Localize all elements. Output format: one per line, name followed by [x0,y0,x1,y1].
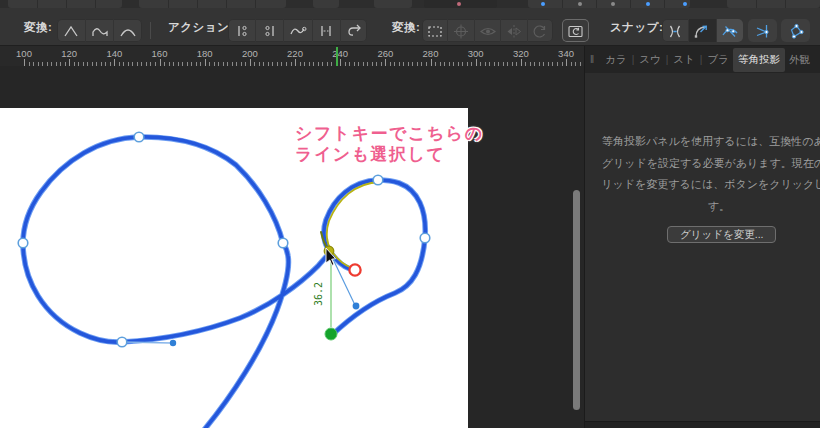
endpoint-red-circle[interactable] [349,264,360,275]
horizontal-ruler: 100120140160180200220240260280300320340 [0,46,584,66]
convert-smart-button[interactable] [86,19,115,42]
selection-box-icon [425,23,445,39]
join-curves-button[interactable] [313,19,341,42]
separator [596,0,597,8]
break-curve-button[interactable] [228,19,256,42]
ruler-label: 300 [468,48,484,59]
snap-construction-button[interactable] [717,19,743,42]
convert-node-group [57,19,142,42]
snap-geometry-button[interactable] [748,19,777,42]
ruler-label: 140 [106,48,122,59]
reverse-curves-button[interactable] [341,19,367,42]
snap-construction-icon [720,23,740,39]
ruler-position-marker [336,47,338,66]
context-toolbar: 変換: アクション: [0,8,820,46]
ruler-label: 260 [377,48,393,59]
change-grid-button[interactable]: グリッドを変更... [667,226,776,243]
ruler-label: 100 [16,48,32,59]
description-line: リッドを変更するには、ボタンをクリックしま [591,174,820,196]
snap-arc-icon [692,23,712,39]
action-group [228,19,367,42]
ruler-label: 180 [197,48,213,59]
close-curve-icon [260,23,280,39]
transform-separately-button[interactable] [562,19,589,42]
studio-panel: ‖ カラ|スウ|スト|ブラ等角投影外観 等角投影パネルを使用するには、互換性のあ… [584,46,820,428]
separator [95,0,96,8]
separator [562,0,563,8]
snap-curves-button[interactable] [662,19,689,42]
separator [785,0,786,8]
rotate-button[interactable] [528,19,553,42]
panel-tab-1[interactable]: カラ [601,49,631,71]
mirror-button[interactable] [501,19,527,42]
smooth-curve-icon [288,23,308,39]
panel-tab-3[interactable]: スト [669,49,699,71]
drag-handle-dot[interactable] [353,303,360,310]
ruler-label: 320 [513,48,529,59]
clipped-button[interactable] [374,0,412,8]
snap-endpoint-green[interactable] [325,328,337,340]
blue-dot-icon [683,2,687,6]
separator [37,0,38,8]
ruler-label: 160 [152,48,168,59]
smooth-node-icon [118,23,138,39]
convert-smooth-button[interactable] [114,19,142,42]
rotate-arrow-icon [530,23,550,39]
path-node[interactable] [420,233,430,243]
tab-separator: | [632,54,635,65]
description-line: グリッドを設定する必要があります。現在のグ [591,153,820,175]
separator [630,0,631,8]
panel-drag-handle[interactable]: ‖ [590,54,595,65]
path-node[interactable] [373,175,383,185]
transform-origin-button[interactable] [448,19,474,42]
app-window: 変換: アクション: [0,0,820,428]
break-curve-icon [232,23,252,39]
gray-dot-icon [578,2,582,6]
ruler-label: 120 [61,48,77,59]
blue-dot-icon [541,2,545,6]
panel-tab-6[interactable]: 外観 [785,49,814,71]
pasteboard: 36.2 シフトキーでこちらの [0,66,584,428]
path-node[interactable] [278,238,288,248]
path-node[interactable] [18,238,28,248]
document-canvas[interactable]: 36.2 シフトキーでこちらの [0,108,468,428]
selection-box-button[interactable] [422,19,448,42]
description-line: 等角投影パネルを使用するには、互換性のある [591,131,820,153]
annotation-line-1: シフトキーでこちらの [295,124,484,145]
convert-sharp-button[interactable] [57,19,86,42]
snap-nodes-button[interactable] [781,19,810,42]
hide-selection-button[interactable] [475,19,501,42]
clipped-button-group[interactable] [8,0,122,8]
smooth-curve-button[interactable] [284,19,312,42]
reverse-curves-icon [344,23,364,39]
separator [664,0,665,8]
close-curve-button[interactable] [256,19,284,42]
path-node[interactable] [117,337,127,347]
isometric-panel-description: 等角投影パネルを使用するには、互換性のあるグリッドを設定する必要があります。現在… [591,131,820,217]
clipped-button-group[interactable] [528,0,690,8]
vertical-scrollbar-thumb[interactable] [573,190,580,410]
sharp-node-icon [61,23,81,39]
tab-separator: | [666,54,669,65]
snap-arc-button[interactable] [689,19,716,42]
clipped-button[interactable] [313,0,339,8]
separator [168,0,169,8]
tutorial-annotation: シフトキーでこちらの ラインも選択して [295,124,484,165]
snap-measure-value: 36.2 [313,282,324,306]
panel-tab-5[interactable]: 等角投影 [733,48,785,72]
panel-tab-2[interactable]: スウ [635,49,665,71]
snap-label: スナップ: [610,20,663,34]
clipped-button-group[interactable] [139,0,286,8]
eye-icon [478,23,498,39]
gray-dot-icon [611,2,615,6]
path-node[interactable] [134,132,144,142]
snap-geometry-icon [753,23,773,39]
clipped-button-group[interactable] [727,0,820,8]
separator [756,0,757,8]
panel-tab-4[interactable]: ブラ [703,49,733,71]
panel-tab-strip: ‖ カラ|スウ|スト|ブラ等角投影外観 [585,46,820,73]
description-line: す。 [591,196,820,218]
control-handle-dot[interactable] [170,340,176,346]
transform-box-cycle-icon [566,23,586,39]
ruler-label: 240 [332,48,348,59]
